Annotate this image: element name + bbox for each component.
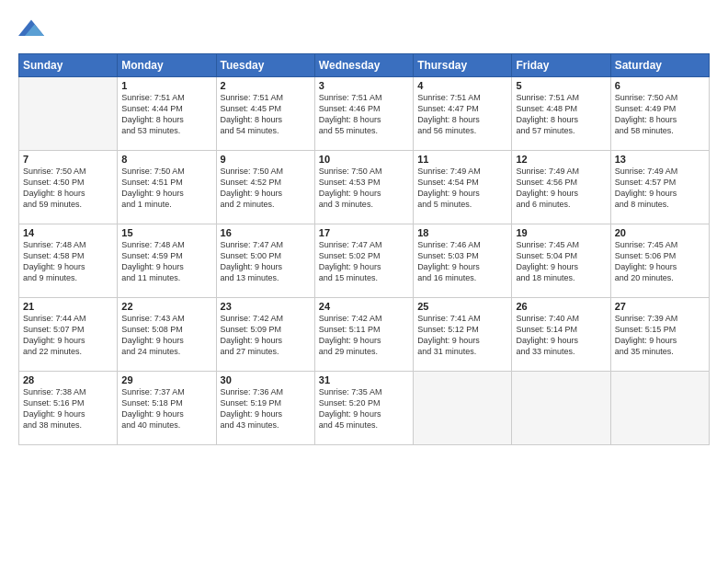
day-number: 12: [516, 154, 606, 165]
day-number: 20: [615, 227, 705, 238]
day-number: 29: [121, 374, 211, 385]
day-info: Sunrise: 7:50 AM Sunset: 4:50 PM Dayligh…: [23, 166, 113, 211]
calendar-header-row: SundayMondayTuesdayWednesdayThursdayFrid…: [19, 54, 710, 77]
day-info: Sunrise: 7:43 AM Sunset: 5:08 PM Dayligh…: [121, 313, 211, 358]
calendar-cell: 4Sunrise: 7:51 AM Sunset: 4:47 PM Daylig…: [414, 77, 512, 151]
calendar-cell: [512, 372, 610, 445]
calendar-cell: 8Sunrise: 7:50 AM Sunset: 4:51 PM Daylig…: [118, 151, 216, 224]
day-number: 28: [23, 374, 113, 385]
header-day-thursday: Thursday: [414, 54, 512, 77]
calendar-cell: 26Sunrise: 7:40 AM Sunset: 5:14 PM Dayli…: [512, 298, 610, 372]
day-info: Sunrise: 7:51 AM Sunset: 4:46 PM Dayligh…: [319, 92, 409, 137]
day-number: 27: [615, 301, 705, 312]
logo: [18, 15, 48, 42]
day-info: Sunrise: 7:47 AM Sunset: 5:00 PM Dayligh…: [221, 239, 311, 284]
calendar-cell: [19, 77, 118, 151]
header-day-saturday: Saturday: [610, 54, 709, 77]
calendar-cell: 16Sunrise: 7:47 AM Sunset: 5:00 PM Dayli…: [216, 224, 314, 298]
day-number: 31: [319, 374, 409, 385]
day-info: Sunrise: 7:45 AM Sunset: 5:04 PM Dayligh…: [516, 239, 606, 284]
day-info: Sunrise: 7:46 AM Sunset: 5:03 PM Dayligh…: [417, 239, 507, 284]
calendar-cell: 29Sunrise: 7:37 AM Sunset: 5:18 PM Dayli…: [118, 372, 216, 445]
header-day-wednesday: Wednesday: [314, 54, 413, 77]
day-number: 9: [221, 154, 311, 165]
calendar-cell: 7Sunrise: 7:50 AM Sunset: 4:50 PM Daylig…: [19, 151, 118, 224]
day-number: 3: [319, 80, 409, 91]
day-info: Sunrise: 7:50 AM Sunset: 4:49 PM Dayligh…: [615, 92, 705, 137]
day-info: Sunrise: 7:38 AM Sunset: 5:16 PM Dayligh…: [23, 386, 113, 431]
day-number: 13: [615, 154, 705, 165]
calendar-cell: 19Sunrise: 7:45 AM Sunset: 5:04 PM Dayli…: [512, 224, 610, 298]
day-number: 1: [121, 80, 211, 91]
day-number: 23: [221, 301, 311, 312]
day-number: 16: [221, 227, 311, 238]
calendar-cell: 27Sunrise: 7:39 AM Sunset: 5:15 PM Dayli…: [610, 298, 709, 372]
header-day-sunday: Sunday: [19, 54, 118, 77]
calendar-cell: 14Sunrise: 7:48 AM Sunset: 4:58 PM Dayli…: [19, 224, 118, 298]
calendar-week-row: 7Sunrise: 7:50 AM Sunset: 4:50 PM Daylig…: [19, 151, 710, 224]
header-day-tuesday: Tuesday: [216, 54, 314, 77]
day-number: 18: [417, 227, 507, 238]
calendar-cell: [414, 372, 512, 445]
day-number: 8: [121, 154, 211, 165]
calendar-cell: 3Sunrise: 7:51 AM Sunset: 4:46 PM Daylig…: [314, 77, 413, 151]
day-info: Sunrise: 7:37 AM Sunset: 5:18 PM Dayligh…: [121, 386, 211, 431]
day-number: 26: [516, 301, 606, 312]
calendar-cell: 28Sunrise: 7:38 AM Sunset: 5:16 PM Dayli…: [19, 372, 118, 445]
day-info: Sunrise: 7:42 AM Sunset: 5:09 PM Dayligh…: [221, 313, 311, 358]
calendar-cell: 2Sunrise: 7:51 AM Sunset: 4:45 PM Daylig…: [216, 77, 314, 151]
day-number: 2: [221, 80, 311, 91]
calendar-cell: 10Sunrise: 7:50 AM Sunset: 4:53 PM Dayli…: [314, 151, 413, 224]
day-info: Sunrise: 7:42 AM Sunset: 5:11 PM Dayligh…: [319, 313, 409, 358]
calendar-cell: 25Sunrise: 7:41 AM Sunset: 5:12 PM Dayli…: [414, 298, 512, 372]
calendar-week-row: 14Sunrise: 7:48 AM Sunset: 4:58 PM Dayli…: [19, 224, 710, 298]
calendar-cell: 11Sunrise: 7:49 AM Sunset: 4:54 PM Dayli…: [414, 151, 512, 224]
day-info: Sunrise: 7:50 AM Sunset: 4:51 PM Dayligh…: [121, 166, 211, 211]
day-number: 17: [319, 227, 409, 238]
day-number: 25: [417, 301, 507, 312]
calendar-cell: 31Sunrise: 7:35 AM Sunset: 5:20 PM Dayli…: [314, 372, 413, 445]
calendar-cell: 9Sunrise: 7:50 AM Sunset: 4:52 PM Daylig…: [216, 151, 314, 224]
calendar-cell: 21Sunrise: 7:44 AM Sunset: 5:07 PM Dayli…: [19, 298, 118, 372]
calendar-cell: 20Sunrise: 7:45 AM Sunset: 5:06 PM Dayli…: [610, 224, 709, 298]
calendar-table: SundayMondayTuesdayWednesdayThursdayFrid…: [18, 53, 710, 445]
day-info: Sunrise: 7:51 AM Sunset: 4:48 PM Dayligh…: [516, 92, 606, 137]
page-container: SundayMondayTuesdayWednesdayThursdayFrid…: [0, 0, 728, 454]
day-info: Sunrise: 7:45 AM Sunset: 5:06 PM Dayligh…: [615, 239, 705, 284]
calendar-cell: 18Sunrise: 7:46 AM Sunset: 5:03 PM Dayli…: [414, 224, 512, 298]
calendar-week-row: 28Sunrise: 7:38 AM Sunset: 5:16 PM Dayli…: [19, 372, 710, 445]
day-number: 15: [121, 227, 211, 238]
day-info: Sunrise: 7:39 AM Sunset: 5:15 PM Dayligh…: [615, 313, 705, 358]
day-info: Sunrise: 7:51 AM Sunset: 4:45 PM Dayligh…: [221, 92, 311, 137]
day-number: 21: [23, 301, 113, 312]
day-number: 30: [221, 374, 311, 385]
calendar-week-row: 1Sunrise: 7:51 AM Sunset: 4:44 PM Daylig…: [19, 77, 710, 151]
day-number: 11: [417, 154, 507, 165]
day-info: Sunrise: 7:48 AM Sunset: 4:59 PM Dayligh…: [121, 239, 211, 284]
day-info: Sunrise: 7:47 AM Sunset: 5:02 PM Dayligh…: [319, 239, 409, 284]
header-day-monday: Monday: [118, 54, 216, 77]
day-info: Sunrise: 7:50 AM Sunset: 4:52 PM Dayligh…: [221, 166, 311, 211]
day-number: 5: [516, 80, 606, 91]
calendar-cell: 24Sunrise: 7:42 AM Sunset: 5:11 PM Dayli…: [314, 298, 413, 372]
day-info: Sunrise: 7:35 AM Sunset: 5:20 PM Dayligh…: [319, 386, 409, 431]
calendar-cell: 6Sunrise: 7:50 AM Sunset: 4:49 PM Daylig…: [610, 77, 709, 151]
calendar-cell: 1Sunrise: 7:51 AM Sunset: 4:44 PM Daylig…: [118, 77, 216, 151]
day-info: Sunrise: 7:49 AM Sunset: 4:54 PM Dayligh…: [417, 166, 507, 211]
logo-icon: [18, 17, 44, 42]
day-info: Sunrise: 7:51 AM Sunset: 4:44 PM Dayligh…: [121, 92, 211, 137]
calendar-cell: 17Sunrise: 7:47 AM Sunset: 5:02 PM Dayli…: [314, 224, 413, 298]
day-info: Sunrise: 7:50 AM Sunset: 4:53 PM Dayligh…: [319, 166, 409, 211]
calendar-cell: [610, 372, 709, 445]
calendar-week-row: 21Sunrise: 7:44 AM Sunset: 5:07 PM Dayli…: [19, 298, 710, 372]
day-number: 22: [121, 301, 211, 312]
day-info: Sunrise: 7:51 AM Sunset: 4:47 PM Dayligh…: [417, 92, 507, 137]
day-info: Sunrise: 7:41 AM Sunset: 5:12 PM Dayligh…: [417, 313, 507, 358]
day-info: Sunrise: 7:36 AM Sunset: 5:19 PM Dayligh…: [221, 386, 311, 431]
calendar-cell: 22Sunrise: 7:43 AM Sunset: 5:08 PM Dayli…: [118, 298, 216, 372]
header-day-friday: Friday: [512, 54, 610, 77]
day-number: 7: [23, 154, 113, 165]
day-info: Sunrise: 7:48 AM Sunset: 4:58 PM Dayligh…: [23, 239, 113, 284]
calendar-cell: 15Sunrise: 7:48 AM Sunset: 4:59 PM Dayli…: [118, 224, 216, 298]
day-info: Sunrise: 7:49 AM Sunset: 4:57 PM Dayligh…: [615, 166, 705, 211]
